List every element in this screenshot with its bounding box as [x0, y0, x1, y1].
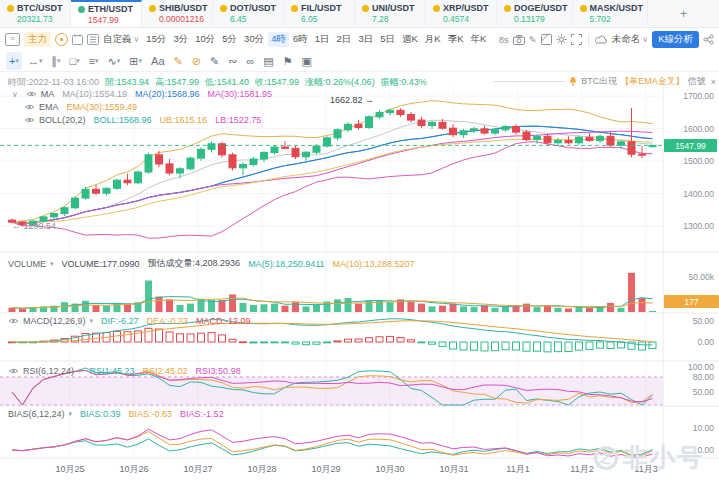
ticker-tab-shib-usdt[interactable]: SHIB/USDT0.00001216 — [142, 0, 213, 27]
timeframe-button-5[interactable]: 4時 — [268, 32, 289, 47]
indicator-circle-icon[interactable] — [55, 33, 68, 46]
rsi3-value: RSI3:50.98 — [196, 366, 241, 376]
crosshair-tool[interactable]: +▾ — [6, 52, 22, 70]
rsi1-value: RSI1:45.23 — [90, 366, 135, 376]
hide-drawings-tool[interactable]: ⊘ — [189, 52, 204, 70]
eye-icon[interactable] — [24, 103, 35, 111]
annotate-pencil-icon[interactable]: ✎ — [529, 34, 537, 45]
axis-label: 100.00 — [688, 362, 714, 372]
caret-down-icon[interactable]: ▾ — [69, 410, 73, 418]
ticker-pair: SHIB/USDT — [159, 3, 208, 13]
timeframe-button-2[interactable]: 10分 — [192, 32, 218, 47]
eye-icon[interactable] — [26, 90, 37, 98]
trading-terminal: BTC/USDT20321.73ETH/USDT1547.99SHIB/USDT… — [0, 0, 719, 482]
camera-icon[interactable] — [513, 35, 525, 45]
edit-box-tool[interactable]: ▣ — [299, 52, 315, 70]
axis-label: 1300.00 — [683, 221, 714, 231]
axis-label: 1400.00 — [683, 189, 714, 199]
layout-name-dropdown[interactable]: 未命名 ∨ — [612, 33, 648, 46]
kline-analysis-button[interactable]: K線分析 — [652, 31, 699, 48]
coin-icon — [362, 5, 369, 12]
settings-gear-icon[interactable] — [556, 34, 567, 45]
trendline-tool[interactable]: ↔▾ — [25, 52, 46, 70]
axis-label: 1600.00 — [683, 124, 714, 134]
timeframe-button-7[interactable]: 1日 — [312, 32, 333, 47]
fib-lines-tool[interactable]: ≡▾ — [86, 52, 102, 70]
rectangle-tool[interactable]: □▾ — [66, 52, 82, 70]
add-ticker-button[interactable]: + — [648, 0, 719, 27]
timeframe-button-11[interactable]: 週K — [399, 32, 421, 47]
boll-ub-value: UB:1615.16 — [160, 115, 208, 125]
timeframe-button-12[interactable]: 月K — [422, 32, 444, 47]
magnet-tool[interactable]: ∞ — [243, 52, 257, 70]
share-icon[interactable] — [703, 34, 714, 45]
signal-notification[interactable]: BTC出現 【单EMA金叉】 信號 × — [493, 75, 716, 88]
wave-tool-icon: ∿ — [108, 52, 117, 70]
axis-label: 10月28 — [247, 464, 276, 474]
timeframe-button-1[interactable]: 3分 — [170, 32, 191, 47]
cloud-save-icon[interactable] — [595, 35, 608, 44]
eraser-tool[interactable]: ✎ — [207, 52, 222, 70]
timeframe-button-8[interactable]: 2日 — [334, 32, 355, 47]
eye-icon[interactable] — [8, 317, 19, 325]
pencil-tool[interactable]: ✎ — [171, 52, 186, 70]
timeframe-button-13[interactable]: 季K — [445, 32, 467, 47]
calendar-icon[interactable] — [72, 34, 83, 45]
ticker-tab-dot-usdt[interactable]: DOT/USDT6.45 — [213, 0, 284, 27]
signal-prefix: BTC出現 — [581, 75, 617, 88]
timeframe-button-6[interactable]: 6時 — [290, 32, 311, 47]
ticker-tab-uni-usdt[interactable]: UNI/USDT7.28 — [355, 0, 426, 27]
timeframe-button-10[interactable]: 5日 — [377, 32, 398, 47]
ticker-pair: BTC/USDT — [17, 3, 63, 13]
timeframe-button-9[interactable]: 3日 — [355, 32, 376, 47]
eye-icon[interactable] — [24, 116, 35, 124]
timeframe-button-3[interactable]: 5分 — [219, 32, 240, 47]
rectangle-tool-icon: □ — [69, 52, 76, 70]
axis-label: 11月1 — [506, 464, 529, 474]
coin-icon — [7, 5, 14, 12]
caret-down-icon[interactable]: ▾ — [50, 260, 54, 268]
current-price-badge: 1547.99 — [664, 139, 717, 152]
ticker-tab-btc-usdt[interactable]: BTC/USDT20321.73 — [0, 0, 71, 27]
volume-ma5: MA(5):18,250.9411 — [248, 259, 324, 269]
text-tool-icon: Aa — [151, 52, 164, 70]
flag-tool[interactable]: ⚑ — [280, 52, 296, 70]
ticker-tab-xrp-usdt[interactable]: XRP/USDT0.4574 — [426, 0, 497, 27]
drawing-toolbar: +▾↔▾∥▾□▾≡▾∿▾⊞▾Aa✎⊘✎∾∞▤⚑▣ — [0, 51, 719, 72]
ticker-pair: XRP/USDT — [443, 3, 489, 13]
collapse-legends-chevron[interactable]: ∨ — [12, 90, 18, 99]
ticker-tab-eth-usdt[interactable]: ETH/USDT1547.99 — [71, 0, 142, 27]
ticker-tab-fil-usdt[interactable]: FIL/USDT6.05 — [284, 0, 355, 27]
caret-down-icon[interactable]: ▾ — [90, 317, 94, 325]
screenshot-frame-icon[interactable] — [541, 34, 552, 45]
signal-suffix: 信號 — [688, 75, 706, 88]
text-tool[interactable]: Aa — [148, 52, 167, 70]
fullscreen-icon[interactable] — [571, 34, 582, 45]
timeframe-button-0[interactable]: 15分 — [143, 32, 169, 47]
signal-line — [493, 81, 565, 82]
main-force-button[interactable]: 主力 — [24, 32, 51, 47]
ticker-price: 1547.99 — [78, 15, 137, 25]
caret-down-icon[interactable]: ▾ — [78, 367, 82, 375]
parallel-lines-tool[interactable]: ∥▾ — [48, 52, 63, 70]
main-toolbar: ≈ 主力 自定義 ∨ 15分3分10分5分30分4時6時1日2日3日5日週K月K… — [0, 28, 719, 51]
curve-pen-tool[interactable]: ∾ — [225, 52, 240, 70]
ohlc-open: 開:1543.94 — [105, 76, 149, 89]
caret-down-icon: ▾ — [57, 52, 61, 70]
ticker-tab-doge-usdt[interactable]: DOGE/USDT0.13179 — [497, 0, 573, 27]
position-tool[interactable]: ⊞▾ — [126, 52, 145, 70]
custom-period-dropdown[interactable]: 自定義 ∨ — [103, 33, 139, 46]
wave-tool[interactable]: ∿▾ — [105, 52, 124, 70]
timeframe-button-4[interactable]: 30分 — [241, 32, 267, 47]
bias3-value: BIAS:-1.52 — [180, 409, 224, 419]
clipboard-tool[interactable]: ▤ — [260, 52, 276, 70]
chart-type-icon[interactable]: ≈ — [5, 33, 20, 46]
signal-close-icon[interactable]: × — [711, 77, 716, 87]
ticker-price: 0.00001216 — [149, 14, 208, 24]
timeframe-button-14[interactable]: 年K — [468, 32, 490, 47]
coin-icon — [220, 5, 227, 12]
kline-list-icon[interactable] — [87, 34, 99, 45]
ticker-tab-mask-usdt[interactable]: MASK/USDT5.702 — [573, 0, 649, 27]
volume-ma10: MA(10):13,288.5207 — [333, 259, 415, 269]
eye-icon[interactable] — [8, 367, 19, 375]
